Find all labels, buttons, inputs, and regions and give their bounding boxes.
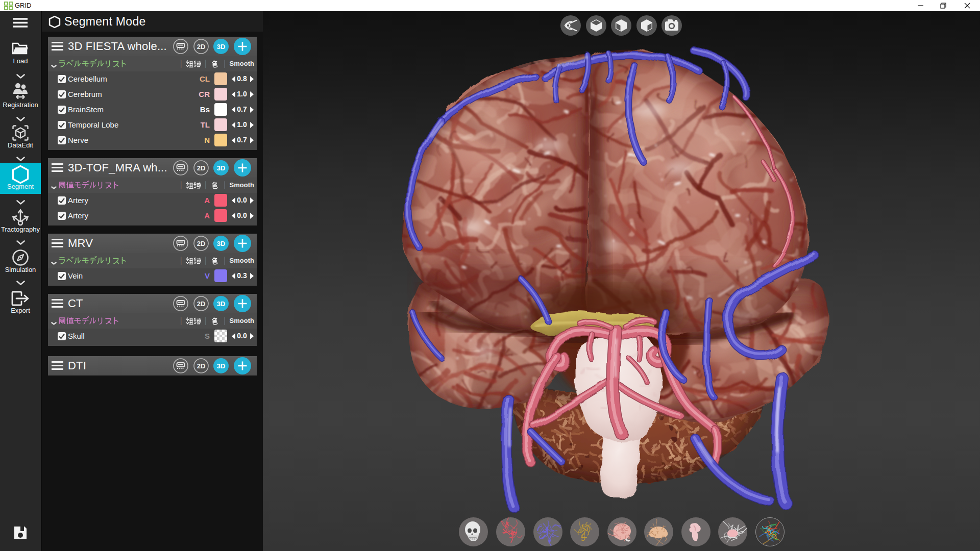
svg-text:3D: 3D — [217, 164, 226, 172]
svg-text:2D: 2D — [197, 300, 206, 308]
svg-text:2D: 2D — [197, 164, 206, 172]
svg-text:2D: 2D — [197, 362, 206, 370]
svg-text:2D: 2D — [197, 43, 206, 51]
svg-text:2D: 2D — [197, 240, 206, 247]
svg-text:3D: 3D — [217, 362, 226, 370]
svg-text:3D: 3D — [217, 300, 226, 308]
svg-text:3D: 3D — [217, 240, 226, 247]
svg-text:3D: 3D — [217, 43, 226, 51]
